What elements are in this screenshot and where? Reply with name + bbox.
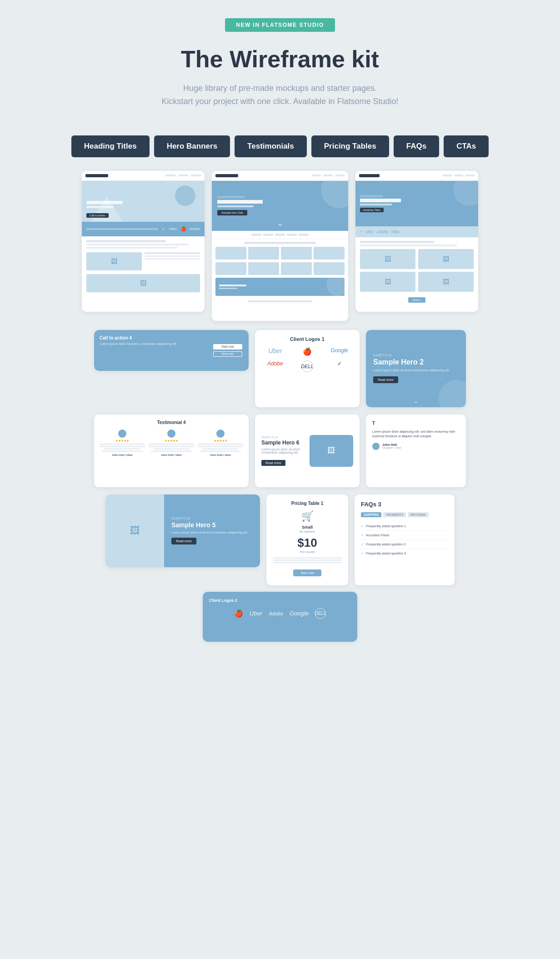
preview-hero2[interactable]: SUBTITLE Sample Hero 2 Lorem ipsum dolor… xyxy=(366,330,466,407)
faqs3-tab-shipping[interactable]: SHIPPING xyxy=(361,512,381,517)
preview-client-logos2[interactable]: Client Logos 2 🍎 Uber Adobe Google DELL xyxy=(203,592,357,642)
hero6-title: Sample Hero 6 xyxy=(261,440,305,446)
cards-row-5: Client Logos 2 🍎 Uber Adobe Google DELL xyxy=(0,592,560,648)
preview-card-3[interactable]: Heading Titles ✓ Uber Adobe Nike 🖼 🖼 🖼 xyxy=(355,171,478,312)
logos2-adobe: Adobe xyxy=(269,611,283,616)
test4-item-3: ★★★★★ John Holt | Uber xyxy=(198,430,243,456)
preview-card-2[interactable]: Sample Hero Title ⌄ xyxy=(212,171,348,321)
preview-cta4[interactable]: Call to action 4 Lorem ipsum dolor sit a… xyxy=(94,330,249,371)
tag-btn-ctas[interactable]: CTAs xyxy=(444,135,489,157)
tag-btn-hero-banners[interactable]: Hero Banners xyxy=(154,135,230,157)
logo-google: Google xyxy=(325,347,353,356)
hero2-text: Lorem ipsum dolor sit amet consectetur a… xyxy=(373,369,459,372)
preview-card-1[interactable]: Call to action ✓ Uber 🍎 Adobe 🖼 xyxy=(82,171,205,312)
faq-item-3: ✓ Frequently asked question 2 xyxy=(361,540,448,549)
tag-btn-faqs[interactable]: FAQs xyxy=(394,135,439,157)
hero2-chevron: ⌄ xyxy=(413,397,419,405)
cta4-btn1[interactable]: Start now xyxy=(213,344,242,350)
pricing1-btn[interactable]: Start now xyxy=(293,569,321,576)
new-badge: NEW IN FLATSOME STUDIO xyxy=(225,18,335,32)
hero2-btn[interactable]: Read more xyxy=(373,376,398,383)
hero6-img: 🖼 xyxy=(310,435,353,467)
faqs3-title: FAQs 3 xyxy=(361,501,448,508)
logo-adobe: Adobe xyxy=(261,360,289,372)
hero5-subtitle: SUBTITLE xyxy=(171,517,253,520)
hero6-subtitle: SUBTITLE xyxy=(261,436,305,439)
tag-btn-pricing-tables[interactable]: Pricing Tables xyxy=(311,135,389,157)
test4-item-1: ★★★★★ John Holt | Uber xyxy=(100,430,145,456)
pricing1-plan: Small xyxy=(273,525,342,529)
logos2-apple: 🍎 xyxy=(234,609,243,618)
wf-content-area: 🖼 🖼 xyxy=(82,236,205,294)
wf-logo-strip: ✓ Uber 🍎 Adobe xyxy=(82,222,205,236)
cards-row-3: Testimonial 4 ★★★★★ John Holt | Uber ★★★… xyxy=(0,415,560,494)
test-t-quote: Lorem ipsum dolor adipiscing elit, sed d… xyxy=(372,430,460,439)
preview-client-logos1[interactable]: Client Logos 1 Uber 🍎 Google Adobe DELL … xyxy=(255,330,360,407)
tag-buttons: Heading Titles Hero Banners Testimonials… xyxy=(0,135,560,171)
test-t-title: T xyxy=(372,421,460,426)
preview-faqs3[interactable]: FAQs 3 SHIPPING PAYMENTS RETURNS ✓ Frequ… xyxy=(355,494,455,585)
faq-item-1: ✓ Frequently asked question 1 xyxy=(361,522,448,531)
test4-item-2: ★★★★★ John Holt | Uber xyxy=(149,430,194,456)
preview-testimonial4[interactable]: Testimonial 4 ★★★★★ John Holt | Uber ★★★… xyxy=(94,415,249,487)
preview-testimonial-t[interactable]: T Lorem ipsum dolor adipiscing elit, sed… xyxy=(366,415,466,487)
hero2-subtitle: SUBTITLE xyxy=(373,354,459,357)
logo-nike: ✓ xyxy=(325,360,353,372)
main-title: The Wireframe kit xyxy=(9,45,551,73)
test-t-avatar xyxy=(372,443,380,450)
preview-row-1: Call to action ✓ Uber 🍎 Adobe 🖼 xyxy=(0,171,560,328)
hero6-text: Lorem ipsum dolor sit amet consectetur a… xyxy=(261,448,305,454)
preview-hero5[interactable]: 🖼 SUBTITLE Sample Hero 5 Lorem ipsum dol… xyxy=(105,494,260,567)
logo-dell: DELL xyxy=(301,360,313,372)
logo-uber: Uber xyxy=(261,347,289,356)
test4-title: Testimonial 4 xyxy=(100,420,243,425)
preview-hero6[interactable]: SUBTITLE Sample Hero 6 Lorem ipsum dolor… xyxy=(255,415,360,487)
cta4-text: Lorem ipsum dolor sit amet, consectetur … xyxy=(100,342,181,345)
faq-item-2: ✓ Accordion Panel xyxy=(361,531,448,540)
header-section: NEW IN FLATSOME STUDIO The Wireframe kit… xyxy=(0,0,560,135)
hero5-text: Lorem ipsum dolor sit amet consectetur a… xyxy=(171,531,253,534)
cards-row-2: Call to action 4 Lorem ipsum dolor sit a… xyxy=(0,330,560,414)
hero6-btn[interactable]: Read more xyxy=(261,460,285,466)
pricing1-desc: for starters xyxy=(273,530,342,533)
subtitle: Huge library of pre-made mockups and sta… xyxy=(144,82,416,108)
hero5-title: Sample Hero 5 xyxy=(171,521,253,529)
preview-pricing1[interactable]: Pricing Table 1 🛒 Small for starters $10… xyxy=(266,494,348,585)
pricing1-icon: 🛒 xyxy=(273,510,342,522)
cta4-btn2[interactable]: More info xyxy=(213,351,242,357)
cta4-title: Call to action 4 xyxy=(100,335,243,340)
hero2-title: Sample Hero 2 xyxy=(373,358,459,366)
tag-btn-heading-titles[interactable]: Heading Titles xyxy=(71,135,150,157)
client-logos1-title: Client Logos 1 xyxy=(261,336,353,342)
logos2-dell: DELL xyxy=(315,608,326,619)
faqs3-tab-returns[interactable]: RETURNS xyxy=(408,512,429,517)
cards-row-4: 🖼 SUBTITLE Sample Hero 5 Lorem ipsum dol… xyxy=(0,494,560,592)
pricing1-period: Per month xyxy=(273,550,342,554)
client-logos2-title: Client Logos 2 xyxy=(209,598,351,603)
faq-item-4: ✓ Frequently asked question 3 xyxy=(361,549,448,558)
wf-nav-1 xyxy=(82,171,205,181)
pricing1-price: $10 xyxy=(273,536,342,550)
hero5-img: 🖼 xyxy=(105,494,164,567)
logos2-google: Google xyxy=(290,610,309,617)
pricing1-title: Pricing Table 1 xyxy=(273,501,342,506)
test-t-name: John Holt xyxy=(382,443,401,446)
wf-hero-area: Call to action xyxy=(82,181,205,222)
logo-apple: 🍎 xyxy=(294,347,321,356)
faqs3-tab-payments[interactable]: PAYMENTS xyxy=(383,512,406,517)
logos2-uber: Uber xyxy=(250,610,262,617)
hero5-btn[interactable]: Read more xyxy=(171,538,196,544)
test-t-role: Designer / Uber xyxy=(382,446,401,449)
tag-btn-testimonials[interactable]: Testimonials xyxy=(235,135,307,157)
